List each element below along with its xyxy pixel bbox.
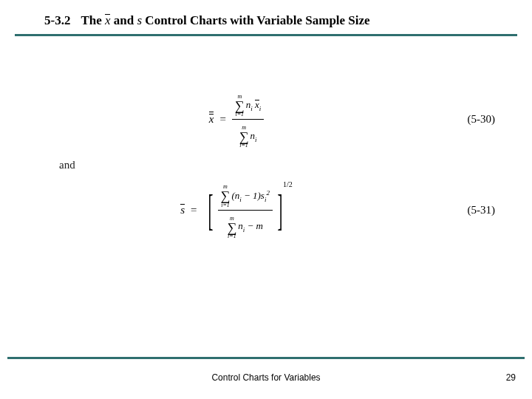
sigma-icon: ∑ [235, 100, 245, 112]
equals-sign: = [219, 113, 225, 126]
exponent-half: 1/2 [283, 180, 293, 188]
equation-5-30-content: x = m ∑ i=1 ni xi [209, 89, 265, 150]
sigma-icon: ∑ [239, 131, 249, 143]
section-title: The x and s Control Charts with Variable… [81, 13, 369, 28]
page-number: 29 [506, 372, 516, 383]
sum-lower: i=1 [235, 112, 244, 117]
fraction-5-30: m ∑ i=1 ni xi m ∑ i=1 [232, 89, 264, 150]
header-rule [15, 34, 517, 36]
footer-rule [7, 357, 525, 359]
equation-label-5-31: (5-31) [443, 204, 502, 216]
sigma-icon: ∑ [227, 222, 236, 233]
left-bracket-icon: [ [208, 192, 213, 228]
equals-sign: = [191, 204, 197, 216]
bracket-group: [ m ∑ i=1 (ni − 1)si2 [203, 179, 293, 240]
equation-5-31: s = [ m ∑ i=1 (ni − 1)si2 [30, 179, 502, 240]
x-double-bar: x [209, 113, 214, 126]
title-prefix: The [81, 13, 101, 27]
equation-5-30: x = m ∑ i=1 ni xi [30, 89, 502, 150]
footer-caption: Control Charts for Variables [0, 372, 532, 383]
title-and: and [114, 13, 134, 27]
fraction-5-31: m ∑ i=1 (ni − 1)si2 m [218, 179, 273, 240]
s-symbol: s [137, 13, 142, 27]
s-bar: s [180, 204, 185, 216]
xbar-symbol: x [105, 13, 111, 28]
equation-block: x = m ∑ i=1 ni xi [0, 81, 532, 248]
connective-and: and [59, 159, 502, 171]
section-header: 5-3.2 The x and s Control Charts with Va… [15, 13, 517, 36]
equation-5-31-content: s = [ m ∑ i=1 (ni − 1)si2 [180, 179, 292, 240]
title-suffix: Control Charts with Variable Sample Size [145, 13, 369, 27]
den-sum-lower: i=1 [239, 143, 248, 149]
section-title-row: 5-3.2 The x and s Control Charts with Va… [44, 13, 381, 28]
section-number: 5-3.2 [44, 13, 70, 28]
sum-lower: i=1 [221, 202, 230, 208]
den-sum-lower: i=1 [228, 233, 236, 239]
right-bracket-icon: ] [277, 192, 282, 228]
equation-label-5-30: (5-30) [443, 113, 502, 126]
sigma-icon: ∑ [221, 190, 231, 202]
